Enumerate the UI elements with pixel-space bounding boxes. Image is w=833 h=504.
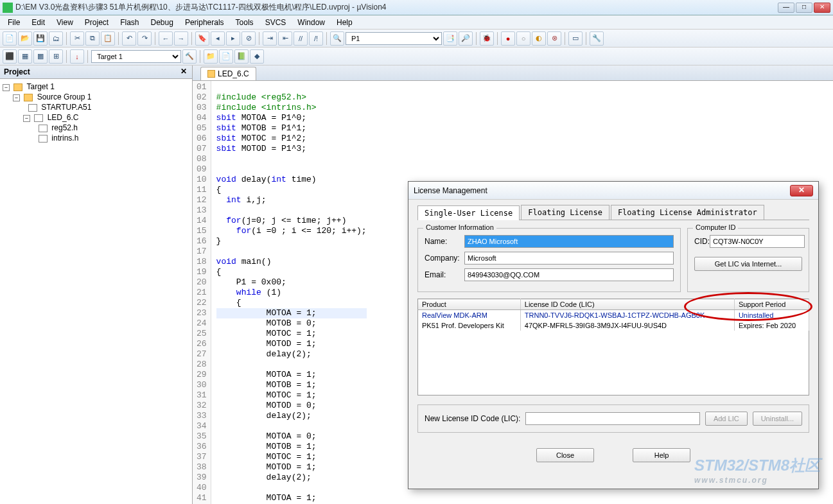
dialog-close-button[interactable]: ✕ bbox=[790, 185, 813, 196]
h-file-icon bbox=[39, 125, 48, 132]
find-icon[interactable]: 🔍 bbox=[330, 31, 344, 46]
nav-fwd-icon[interactable]: → bbox=[174, 31, 188, 46]
expand-icon[interactable]: − bbox=[3, 84, 10, 91]
menu-edit[interactable]: Edit bbox=[26, 17, 50, 28]
bookmark-clear-icon[interactable]: ⊘ bbox=[241, 31, 256, 46]
debug-icon[interactable]: 🐞 bbox=[480, 31, 494, 46]
open-file-icon[interactable]: 📂 bbox=[18, 31, 32, 46]
menu-tools[interactable]: Tools bbox=[231, 17, 259, 28]
toolbar-build: ⬛ ▦ ▩ ⊞ ↓ Target 1 🔨 📁 📄 📗 ◆ bbox=[0, 48, 833, 65]
license-table[interactable]: ProductLicense ID Code (LIC)Support Peri… bbox=[417, 299, 809, 395]
window-close-button[interactable]: ✕ bbox=[814, 3, 830, 13]
company-input[interactable] bbox=[464, 252, 674, 265]
window-title: D:\EM V3.0光盘资料\步骤3 51单片机例程\10、步进马达\TC111… bbox=[15, 2, 778, 13]
minimize-button[interactable]: — bbox=[778, 3, 794, 13]
new-file-icon[interactable]: 📄 bbox=[3, 31, 17, 46]
new-lic-input[interactable] bbox=[525, 412, 700, 425]
table-row[interactable]: PK51 Prof. Developers Kit47QKP-MFRL5-39I… bbox=[418, 320, 809, 331]
uncomment-icon[interactable]: /! bbox=[309, 31, 323, 46]
find-in-files-icon[interactable]: 📑 bbox=[443, 31, 457, 46]
rebuild-icon[interactable]: ▩ bbox=[33, 49, 48, 64]
cut-icon[interactable]: ✂ bbox=[70, 31, 84, 46]
breakpoint-insert-icon[interactable]: ● bbox=[501, 31, 515, 46]
breakpoint-disable-icon[interactable]: ◐ bbox=[532, 31, 546, 46]
configure-icon[interactable]: 🔧 bbox=[590, 31, 604, 46]
license-dialog: License Management ✕ Single-User License… bbox=[408, 181, 819, 489]
table-row[interactable]: RealView MDK-ARMTRNN0-TVVJ6-RDQK1-WSBAJ-… bbox=[418, 310, 809, 321]
cid-label: CID: bbox=[694, 237, 710, 246]
undo-icon[interactable]: ↶ bbox=[122, 31, 136, 46]
close-button[interactable]: Close bbox=[536, 448, 594, 462]
books-icon[interactable]: 📗 bbox=[234, 49, 249, 64]
translate-icon[interactable]: ⬛ bbox=[3, 49, 17, 64]
bookmark-next-icon[interactable]: ▸ bbox=[226, 31, 240, 46]
redo-icon[interactable]: ↷ bbox=[137, 31, 152, 46]
save-icon[interactable]: 💾 bbox=[33, 31, 48, 46]
copy-icon[interactable]: ⧉ bbox=[85, 31, 100, 46]
help-button[interactable]: Help bbox=[633, 448, 690, 462]
project-panel-close-icon[interactable]: ✕ bbox=[179, 67, 188, 76]
tree-group: − Source Group 1 bbox=[3, 92, 189, 102]
batch-build-icon[interactable]: ⊞ bbox=[49, 49, 63, 64]
target-options-icon[interactable]: 🔨 bbox=[182, 49, 197, 64]
env-icon[interactable]: ◆ bbox=[250, 49, 264, 64]
menu-debug[interactable]: Debug bbox=[146, 17, 179, 28]
uninstall-button[interactable]: Uninstall... bbox=[753, 412, 802, 426]
license-tab[interactable]: Floating License Administrator bbox=[611, 205, 764, 220]
incremental-find-icon[interactable]: 🔎 bbox=[459, 31, 473, 46]
project-tree[interactable]: − Target 1 − Source Group 1 STARTUP.A51 … bbox=[0, 79, 192, 146]
save-all-icon[interactable]: 🗂 bbox=[49, 31, 63, 46]
table-header[interactable]: Product bbox=[418, 299, 521, 310]
find-combo[interactable]: P1 bbox=[346, 32, 442, 45]
breakpoint-kill-icon[interactable]: ⊗ bbox=[547, 31, 561, 46]
editor-tab[interactable]: LED_6.C bbox=[200, 67, 256, 80]
expand-icon[interactable]: − bbox=[13, 94, 20, 101]
target-combo[interactable]: Target 1 bbox=[91, 50, 181, 63]
menu-project[interactable]: Project bbox=[80, 17, 114, 28]
code-text[interactable]: #include <reg52.h>#include <intrins.h>sb… bbox=[211, 81, 372, 504]
download-icon[interactable]: ↓ bbox=[70, 49, 84, 64]
c-file-icon bbox=[207, 70, 215, 78]
company-label: Company: bbox=[425, 254, 464, 263]
expand-icon[interactable]: − bbox=[23, 115, 30, 122]
project-panel-title: Project bbox=[4, 67, 30, 76]
name-label: Name: bbox=[425, 237, 464, 246]
maximize-button[interactable]: □ bbox=[796, 3, 812, 13]
license-tab[interactable]: Single-User License bbox=[417, 205, 520, 220]
menu-window[interactable]: Window bbox=[292, 17, 330, 28]
comment-icon[interactable]: // bbox=[294, 31, 308, 46]
table-header[interactable]: License ID Code (LIC) bbox=[520, 299, 734, 310]
license-tab[interactable]: Floating License bbox=[521, 205, 609, 220]
bookmark-icon[interactable]: 🔖 bbox=[195, 31, 209, 46]
menu-peripherals[interactable]: Peripherals bbox=[180, 17, 229, 28]
name-input[interactable] bbox=[464, 235, 674, 248]
dialog-titlebar[interactable]: License Management ✕ bbox=[408, 182, 818, 200]
get-lic-button[interactable]: Get LIC via Internet... bbox=[694, 257, 802, 271]
new-lic-label: New License ID Code (LIC): bbox=[425, 414, 520, 423]
menu-help[interactable]: Help bbox=[331, 17, 358, 28]
tree-file: STARTUP.A51 bbox=[3, 102, 189, 112]
c-file-icon bbox=[34, 114, 43, 122]
watermark: STM32/STM8社区 www.stmcu.org bbox=[694, 455, 820, 485]
add-lic-button[interactable]: Add LIC bbox=[705, 412, 748, 426]
window-icon[interactable]: ▭ bbox=[568, 31, 583, 46]
indent-icon[interactable]: ⇥ bbox=[263, 31, 277, 46]
outdent-icon[interactable]: ⇤ bbox=[278, 31, 292, 46]
breakpoint-toggle-icon[interactable]: ○ bbox=[516, 31, 530, 46]
nav-back-icon[interactable]: ← bbox=[159, 31, 173, 46]
table-header[interactable]: Support Period bbox=[734, 299, 809, 310]
build-icon[interactable]: ▦ bbox=[18, 49, 32, 64]
menu-flash[interactable]: Flash bbox=[115, 17, 144, 28]
manage-project-icon[interactable]: 📁 bbox=[204, 49, 218, 64]
menu-svcs[interactable]: SVCS bbox=[260, 17, 292, 28]
menu-file[interactable]: File bbox=[3, 17, 25, 28]
app-icon bbox=[3, 3, 13, 13]
bookmark-prev-icon[interactable]: ◂ bbox=[211, 31, 225, 46]
email-input[interactable] bbox=[464, 268, 674, 281]
tree-target: − Target 1 bbox=[3, 82, 189, 92]
email-label: Email: bbox=[425, 270, 464, 279]
file-ext-icon[interactable]: 📄 bbox=[219, 49, 233, 64]
project-panel: Project ✕ − Target 1 − Source Group 1 ST… bbox=[0, 65, 193, 504]
paste-icon[interactable]: 📋 bbox=[101, 31, 115, 46]
menu-view[interactable]: View bbox=[51, 17, 78, 28]
